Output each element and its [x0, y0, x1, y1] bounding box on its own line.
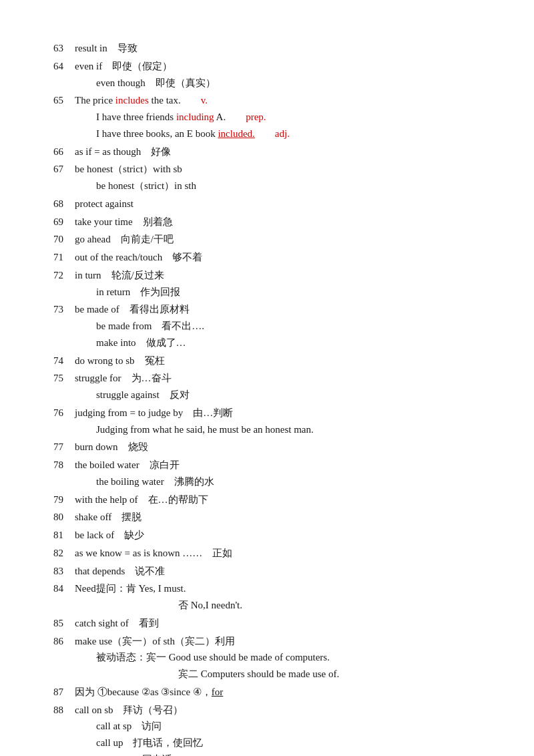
line-content: protect against — [75, 196, 134, 212]
entry-80: 80shake off 摆脱 — [53, 509, 481, 526]
line-content: shake off 摆脱 — [75, 509, 142, 526]
entry-63: 63result in 导致 — [53, 40, 481, 57]
line-content: 被动语态：宾一 Good use should be made of compu… — [96, 649, 330, 666]
line-content: be made from 看不出…. — [96, 318, 204, 335]
line: 63result in 导致 — [53, 40, 481, 57]
entry-68: 68protect against — [53, 196, 481, 212]
entry-66: 66as if = as though 好像 — [53, 144, 481, 160]
line: 80shake off 摆脱 — [53, 509, 481, 526]
line-content: 否 No,I needn't. — [128, 597, 242, 614]
line-content: the boiling water 沸腾的水 — [96, 474, 214, 490]
line-number: 87 — [53, 684, 75, 701]
entry-81: 81be lack of 缺少 — [53, 527, 481, 544]
line: 宾二 Computers should be made use of. — [53, 666, 481, 683]
line: even though 即使（真实） — [53, 75, 481, 91]
line-number: 69 — [53, 214, 75, 230]
line: 64even if 即使（假定） — [53, 58, 481, 75]
line-number: 75 — [53, 370, 75, 387]
line-content: make use（宾一）of sth（宾二）利用 — [75, 633, 235, 650]
line-content: take your time 别着急 — [75, 214, 173, 230]
line-content: Need提问：肯 Yes, I must. — [75, 580, 186, 597]
line: I have three books, an E book included.a… — [53, 126, 481, 142]
line: 68protect against — [53, 196, 481, 212]
line-number: 68 — [53, 196, 75, 212]
line: the boiling water 沸腾的水 — [53, 474, 481, 490]
entry-72: 72in turn 轮流/反过来in return 作为回报 — [53, 267, 481, 301]
entry-84: 84Need提问：肯 Yes, I must. 否 No,I needn't. — [53, 580, 481, 614]
line-content: 因为 ①because ②as ③since ④，for — [75, 684, 223, 701]
line-number: 70 — [53, 231, 75, 248]
line: 79with the help of 在…的帮助下 — [53, 492, 481, 508]
line-number: 67 — [53, 161, 75, 178]
line-content: with the help of 在…的帮助下 — [75, 492, 208, 508]
line-content: be honest（strict）in sth — [96, 178, 196, 194]
entry-83: 83that depends 说不准 — [53, 563, 481, 580]
line-number: 65 — [53, 92, 75, 109]
line-number: 84 — [53, 580, 75, 597]
line-content: even if 即使（假定） — [75, 58, 172, 75]
line-content: result in 导致 — [75, 40, 138, 57]
line-content: go ahead 向前走/干吧 — [75, 231, 174, 248]
line: call up 打电话，使回忆 — [53, 735, 481, 751]
line: in return 作为回报 — [53, 284, 481, 301]
line: 76judging from = to judge by 由…判断 — [53, 405, 481, 421]
line-content: burn down 烧毁 — [75, 439, 148, 455]
line-number: 86 — [53, 633, 75, 650]
entry-78: 78the boiled water 凉白开the boiling water … — [53, 457, 481, 490]
line: I have three friends including A.prep. — [53, 109, 481, 126]
line-number: 64 — [53, 58, 75, 75]
line-number: 74 — [53, 353, 75, 369]
line: 87因为 ①because ②as ③since ④，for — [53, 684, 481, 701]
line-content: be made of 看得出原材料 — [75, 301, 190, 318]
line: make into 做成了… — [53, 335, 481, 351]
line: 83that depends 说不准 — [53, 563, 481, 580]
entry-74: 74do wrong to sb 冤枉 — [53, 353, 481, 369]
line: 77burn down 烧毁 — [53, 439, 481, 455]
line-content: I have three books, an E book included.a… — [96, 126, 290, 142]
line-content: struggle against 反对 — [96, 387, 190, 403]
content: 63result in 导致64even if 即使（假定）even thoug… — [53, 40, 481, 756]
line: call back 回电话 — [53, 751, 481, 756]
line: 72in turn 轮流/反过来 — [53, 267, 481, 284]
line: 75struggle for 为…奋斗 — [53, 370, 481, 387]
line-content: call on sb 拜访（号召） — [75, 702, 184, 719]
line-content: even though 即使（真实） — [96, 75, 216, 91]
line-content: I have three friends including A.prep. — [96, 109, 266, 126]
line-content: Judging from what he said, he must be an… — [96, 421, 314, 438]
line: 73be made of 看得出原材料 — [53, 301, 481, 318]
entry-67: 67be honest（strict）with sbbe honest（stri… — [53, 161, 481, 194]
entry-87: 87因为 ①because ②as ③since ④，for — [53, 684, 481, 701]
line-content: be lack of 缺少 — [75, 527, 144, 544]
line-content: call at sp 访问 — [96, 718, 162, 735]
line-content: as we know = as is known …… 正如 — [75, 545, 232, 562]
line-content: out of the reach/touch 够不着 — [75, 249, 202, 266]
entry-70: 70go ahead 向前走/干吧 — [53, 231, 481, 248]
line-number: 71 — [53, 249, 75, 266]
entry-85: 85catch sight of 看到 — [53, 615, 481, 632]
line-number: 63 — [53, 40, 75, 57]
line-number: 78 — [53, 457, 75, 474]
line-number: 81 — [53, 527, 75, 544]
line: be made from 看不出…. — [53, 318, 481, 335]
entry-73: 73be made of 看得出原材料be made from 看不出….mak… — [53, 301, 481, 351]
line-content: struggle for 为…奋斗 — [75, 370, 172, 387]
line-content: The price includes the tax.v. — [75, 92, 208, 109]
line-number: 66 — [53, 144, 75, 160]
line: 88call on sb 拜访（号召） — [53, 702, 481, 719]
line-number: 77 — [53, 439, 75, 455]
line-content: make into 做成了… — [96, 335, 186, 351]
line: 否 No,I needn't. — [53, 597, 481, 614]
line-content: in return 作为回报 — [96, 284, 180, 301]
entry-86: 86make use（宾一）of sth（宾二）利用被动语态：宾一 Good u… — [53, 633, 481, 683]
line-content: the boiled water 凉白开 — [75, 457, 180, 474]
line: call at sp 访问 — [53, 718, 481, 735]
entry-71: 71out of the reach/touch 够不着 — [53, 249, 481, 266]
line-content: 宾二 Computers should be made use of. — [128, 666, 339, 683]
line: 74do wrong to sb 冤枉 — [53, 353, 481, 369]
entry-65: 65The price includes the tax.v.I have th… — [53, 92, 481, 142]
line-number: 76 — [53, 405, 75, 421]
line-number: 72 — [53, 267, 75, 284]
entry-76: 76judging from = to judge by 由…判断Judging… — [53, 405, 481, 438]
line-content: as if = as though 好像 — [75, 144, 171, 160]
line-number: 73 — [53, 301, 75, 318]
